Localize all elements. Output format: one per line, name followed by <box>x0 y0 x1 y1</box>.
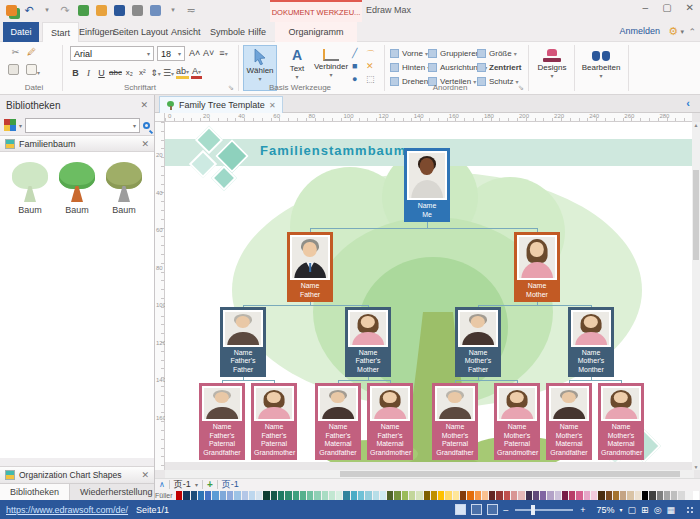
zoom-slider-thumb[interactable] <box>531 505 535 515</box>
diagram-title[interactable]: Familienstammbaum <box>260 143 406 158</box>
qat-dropdown-icon[interactable]: ▾ <box>166 3 180 17</box>
tab-hilfe[interactable]: Hilfe <box>240 22 274 42</box>
palette-swatch[interactable] <box>373 491 379 500</box>
tree-card-ggp-3[interactable]: Name Father's Maternal Grandfather <box>315 383 361 460</box>
palette-swatch[interactable] <box>649 491 655 500</box>
palette-swatch[interactable] <box>576 491 582 500</box>
strikethrough-icon[interactable]: abc <box>109 68 122 77</box>
tree-card-ggp-4[interactable]: Name Father's Maternal Grandmother <box>367 383 413 460</box>
subscript-icon[interactable]: x₂ <box>124 68 135 77</box>
palette-swatch[interactable] <box>416 491 422 500</box>
palette-swatch[interactable] <box>540 491 546 500</box>
zoom-slider[interactable] <box>515 509 573 511</box>
palette-swatch[interactable] <box>242 491 248 500</box>
library-picker-dropdown-icon[interactable]: ▾ <box>19 122 22 129</box>
shape-baum-1[interactable]: Baum <box>7 162 53 215</box>
format-painter-icon[interactable]: 🖉 <box>26 47 37 57</box>
save-icon[interactable] <box>112 3 126 17</box>
horizontal-scroll-thumb[interactable] <box>340 471 680 477</box>
palette-swatch[interactable] <box>627 491 633 500</box>
zoom-dropdown-icon[interactable]: ▾ <box>620 506 623 513</box>
bold-icon[interactable]: B <box>70 68 81 78</box>
palette-swatch[interactable] <box>220 491 226 500</box>
palette-swatch[interactable] <box>380 491 386 500</box>
palette-swatch[interactable] <box>591 491 597 500</box>
zoom-in-icon[interactable]: + <box>580 505 585 515</box>
palette-swatch[interactable] <box>453 491 459 500</box>
tree-card-mothers-father[interactable]: Name Mother's Father <box>455 307 501 377</box>
paste-icon[interactable] <box>8 64 19 77</box>
palette-swatch[interactable] <box>445 491 451 500</box>
palette-swatch[interactable] <box>271 491 277 500</box>
palette-swatch[interactable] <box>482 491 488 500</box>
print-icon[interactable] <box>130 3 144 17</box>
palette-swatch[interactable] <box>511 491 517 500</box>
palette-swatch[interactable] <box>686 491 692 500</box>
scroll-up-icon[interactable]: ▲ <box>692 122 700 128</box>
undo-dropdown-icon[interactable]: ▾ <box>40 3 54 17</box>
grow-font-icon[interactable]: A˄ <box>189 48 200 58</box>
tree-card-father[interactable]: Name Father <box>287 232 333 302</box>
palette-swatch[interactable] <box>555 491 561 500</box>
tree-card-ggp-8[interactable]: Name Mother's Maternal Grandmother <box>598 383 644 460</box>
line-tool-icon[interactable]: ╱ <box>352 48 366 61</box>
palette-swatch[interactable] <box>664 491 670 500</box>
send-back-button[interactable]: Hinten▾ <box>390 60 430 74</box>
font-dialog-launcher-icon[interactable]: ⇘ <box>228 84 234 92</box>
tree-card-me[interactable]: Name Me <box>404 148 450 222</box>
palette-swatch[interactable] <box>322 491 328 500</box>
rectangle-tool-icon[interactable]: ■ <box>352 61 366 74</box>
font-name-combo[interactable]: Arial▾ <box>70 46 154 61</box>
palette-swatch[interactable] <box>606 491 612 500</box>
signin-link[interactable]: Anmelden <box>619 26 660 36</box>
center-button[interactable]: Zentriert <box>477 60 521 74</box>
palette-swatch[interactable] <box>293 491 299 500</box>
palette-swatch[interactable] <box>424 491 430 500</box>
arrange-dialog-launcher-icon[interactable]: ⇘ <box>518 84 524 92</box>
palette-swatch[interactable] <box>234 491 240 500</box>
designs-button[interactable]: Designs▾ <box>533 45 571 91</box>
resize-grip[interactable] <box>686 506 694 514</box>
palette-swatch[interactable] <box>620 491 626 500</box>
document-tab-close-icon[interactable]: ✕ <box>269 101 276 110</box>
bullet-list-icon[interactable]: ☰▾ <box>163 68 174 78</box>
palette-swatch[interactable] <box>212 491 218 500</box>
palette-swatch[interactable] <box>402 491 408 500</box>
close-button[interactable]: ✕ <box>686 2 694 13</box>
palette-swatch[interactable] <box>635 491 641 500</box>
palette-swatch[interactable] <box>657 491 663 500</box>
tree-card-fathers-father[interactable]: Name Father's Father <box>220 307 266 377</box>
palette-swatch[interactable] <box>227 491 233 500</box>
view-presentation-icon[interactable] <box>487 504 498 515</box>
library-panel-close-icon[interactable]: ✕ <box>140 100 148 110</box>
protect-button[interactable]: Schutz▾ <box>477 74 518 88</box>
library-section-close-icon[interactable]: ✕ <box>141 139 149 149</box>
minimize-button[interactable]: – <box>643 2 649 13</box>
tree-card-mother[interactable]: Name Mother <box>514 232 560 302</box>
new-document-icon[interactable] <box>76 3 90 17</box>
vertical-scrollbar[interactable]: ▲ ▼ <box>692 122 700 470</box>
palette-swatch[interactable] <box>460 491 466 500</box>
view-normal-icon[interactable] <box>455 504 466 515</box>
tree-card-ggp-2[interactable]: Name Father's Paternal Grandmother <box>251 383 297 460</box>
palette-swatch[interactable] <box>504 491 510 500</box>
palette-swatch[interactable] <box>263 491 269 500</box>
tree-card-mothers-mother[interactable]: Name Mother's Monther <box>568 307 614 377</box>
undo-icon[interactable]: ↶ <box>22 3 36 17</box>
line-spacing-icon[interactable]: ⇕▾ <box>150 68 161 78</box>
view-outline-icon[interactable] <box>471 504 482 515</box>
page-thumbnails-icon[interactable]: ⊞ <box>641 505 649 515</box>
page-dropdown-caret-icon[interactable]: ▾ <box>195 481 198 488</box>
palette-swatch[interactable] <box>547 491 553 500</box>
shape-baum-2[interactable]: Baum <box>54 162 100 215</box>
palette-swatch[interactable] <box>496 491 502 500</box>
bottom-section-close-icon[interactable]: ✕ <box>141 470 149 480</box>
palette-swatch[interactable] <box>358 491 364 500</box>
font-size-combo[interactable]: 18▾ <box>157 46 185 61</box>
gear-icon[interactable]: ⚙ <box>668 25 678 38</box>
palette-swatch[interactable] <box>438 491 444 500</box>
palette-swatch[interactable] <box>642 491 648 500</box>
drawing-page[interactable]: Familienstammbaum <box>165 122 692 462</box>
zoom-region-icon[interactable]: ◎ <box>654 505 662 515</box>
palette-swatch[interactable] <box>394 491 400 500</box>
